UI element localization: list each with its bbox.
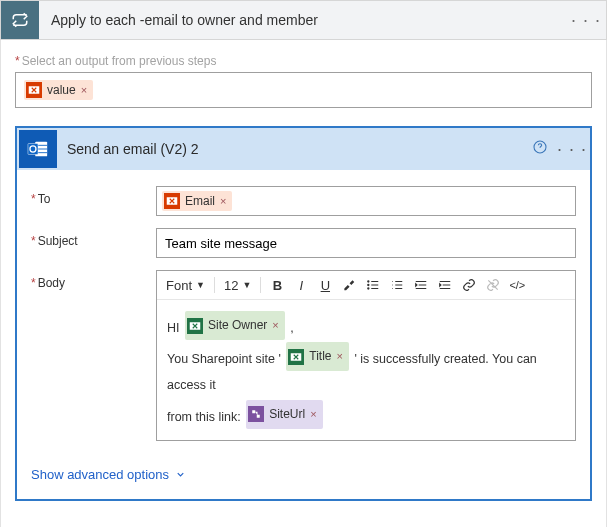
excel-icon <box>187 318 203 334</box>
token-site-owner[interactable]: Site Owner × <box>185 311 285 340</box>
loop-menu-button[interactable]: · · · <box>566 10 606 31</box>
token-siteurl[interactable]: SiteUrl × <box>246 400 322 429</box>
size-select[interactable]: 12▼ <box>221 277 254 294</box>
remove-token-icon[interactable]: × <box>220 195 226 207</box>
code-view-button[interactable]: </> <box>507 275 527 295</box>
remove-token-icon[interactable]: × <box>81 84 87 96</box>
excel-icon <box>164 193 180 209</box>
token-title[interactable]: Title × <box>286 342 349 371</box>
svg-point-8 <box>368 288 369 289</box>
subject-input[interactable] <box>156 228 576 258</box>
body-content[interactable]: HI Site Owner × , You Sharepoint site ' <box>157 300 575 440</box>
send-email-action: Send an email (V2) 2 · · · *To <box>15 126 592 501</box>
footer: Add an action <box>15 501 592 527</box>
svg-point-6 <box>368 281 369 282</box>
token-email[interactable]: Email × <box>162 191 232 211</box>
underline-button[interactable]: U <box>315 275 335 295</box>
outdent-button[interactable] <box>411 275 431 295</box>
bulleted-list-button[interactable] <box>363 275 383 295</box>
excel-icon <box>288 349 304 365</box>
body-label: *Body <box>31 270 156 441</box>
advanced-options-toggle[interactable]: Show advanced options <box>17 459 200 482</box>
remove-token-icon[interactable]: × <box>272 314 278 337</box>
flow-icon <box>248 406 264 422</box>
subject-label: *Subject <box>31 228 156 258</box>
loop-icon <box>1 1 39 39</box>
loop-body: *Select an output from previous steps va… <box>0 40 607 527</box>
rte-toolbar: Font▼ 12▼ B I U <box>157 271 575 300</box>
unlink-button[interactable] <box>483 275 503 295</box>
link-button[interactable] <box>459 275 479 295</box>
highlight-button[interactable] <box>339 275 359 295</box>
excel-icon <box>26 82 42 98</box>
output-label: *Select an output from previous steps <box>15 54 592 68</box>
body-editor: Font▼ 12▼ B I U <box>156 270 576 441</box>
token-value[interactable]: value × <box>24 80 93 100</box>
italic-button[interactable]: I <box>291 275 311 295</box>
bold-button[interactable]: B <box>267 275 287 295</box>
svg-point-7 <box>368 284 369 285</box>
help-icon[interactable] <box>526 139 554 159</box>
to-label: *To <box>31 186 156 216</box>
output-field[interactable]: value × <box>15 72 592 108</box>
font-select[interactable]: Font▼ <box>163 277 208 294</box>
loop-header[interactable]: Apply to each -email to owner and member… <box>0 0 607 40</box>
action-title: Send an email (V2) 2 <box>57 141 526 157</box>
numbered-list-button[interactable] <box>387 275 407 295</box>
to-field[interactable]: Email × <box>156 186 576 216</box>
action-header[interactable]: Send an email (V2) 2 · · · <box>17 128 590 170</box>
outlook-icon <box>19 130 57 168</box>
remove-token-icon[interactable]: × <box>310 403 316 426</box>
action-menu-button[interactable]: · · · <box>554 139 590 160</box>
indent-button[interactable] <box>435 275 455 295</box>
remove-token-icon[interactable]: × <box>337 345 343 368</box>
loop-title: Apply to each -email to owner and member <box>39 12 566 28</box>
